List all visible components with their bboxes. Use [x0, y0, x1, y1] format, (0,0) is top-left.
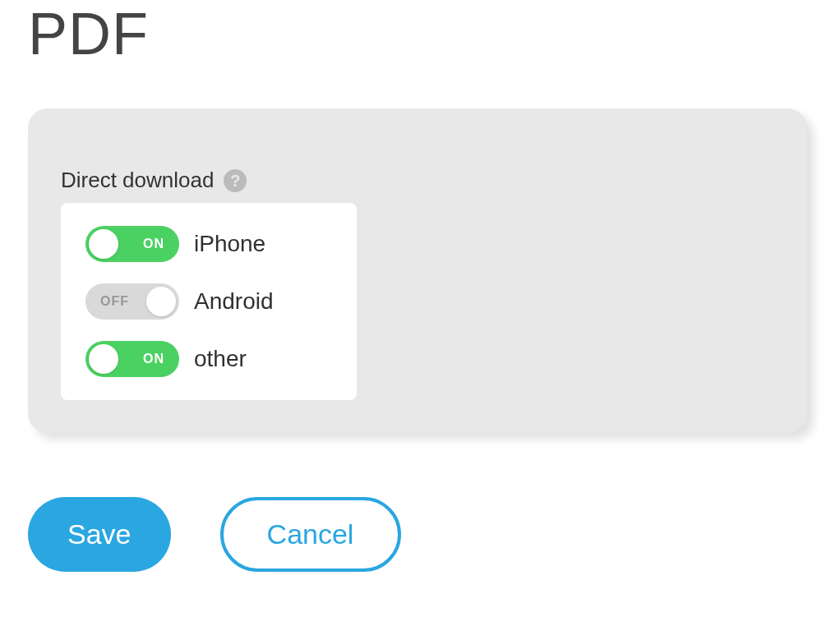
toggle-row-iphone: ON iPhone: [85, 226, 332, 262]
direct-download-label: Direct download: [61, 168, 214, 193]
cancel-button[interactable]: Cancel: [220, 497, 401, 572]
toggle-row-android: OFF Android: [85, 283, 332, 320]
toggle-state-text: OFF: [100, 294, 129, 309]
save-button[interactable]: Save: [28, 497, 171, 572]
help-icon[interactable]: ?: [224, 169, 247, 192]
toggle-label-other: other: [194, 346, 247, 372]
toggle-knob: [89, 344, 118, 374]
page-title: PDF: [28, 0, 840, 67]
toggle-knob: [146, 287, 176, 316]
toggle-state-text: ON: [143, 237, 164, 251]
toggle-other[interactable]: ON: [85, 341, 179, 377]
toggle-knob: [89, 229, 118, 259]
toggle-row-other: ON other: [85, 341, 332, 377]
toggle-state-text: ON: [143, 352, 164, 366]
settings-panel: Direct download ? ON iPhone OFF Android …: [28, 108, 807, 433]
action-buttons: Save Cancel: [28, 497, 840, 572]
toggle-label-iphone: iPhone: [194, 231, 265, 257]
panel-label-row: Direct download ?: [61, 168, 774, 193]
toggle-label-android: Android: [194, 288, 274, 315]
toggle-iphone[interactable]: ON: [85, 226, 179, 262]
toggle-group: ON iPhone OFF Android ON other: [61, 203, 357, 400]
toggle-android[interactable]: OFF: [85, 283, 179, 320]
